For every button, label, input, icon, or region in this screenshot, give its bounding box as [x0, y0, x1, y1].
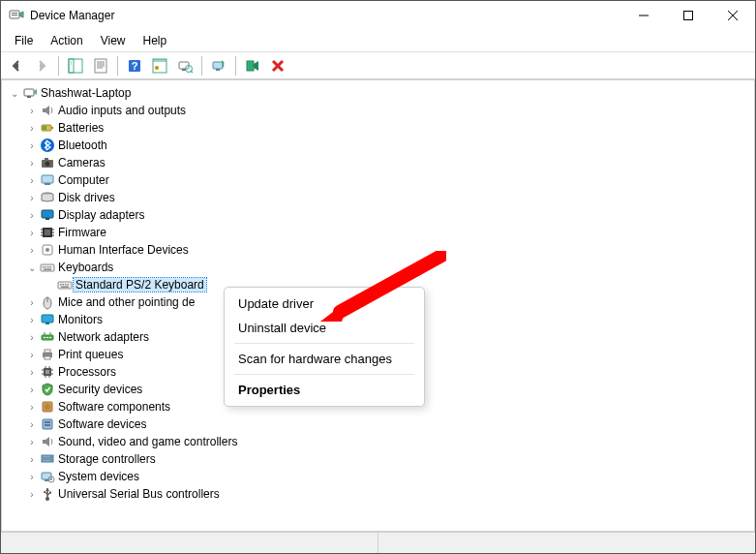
tree-item-label: Cameras: [56, 156, 107, 169]
tree-category-19[interactable]: › Storage controllers: [8, 450, 748, 468]
tree-item-label: Mice and other pointing de: [56, 295, 197, 309]
minimize-button[interactable]: [621, 1, 666, 30]
context-menu-item-5[interactable]: Properties: [225, 378, 424, 402]
computer-icon: [39, 172, 56, 188]
expand-toggle[interactable]: ›: [25, 419, 39, 430]
expand-toggle[interactable]: ›: [25, 489, 39, 500]
svg-rect-57: [45, 266, 47, 268]
tree-item-label: Firmware: [56, 226, 108, 239]
svg-point-38: [45, 162, 50, 167]
expand-toggle[interactable]: ›: [25, 472, 39, 482]
expand-toggle[interactable]: ›: [25, 193, 39, 203]
expand-toggle[interactable]: ›: [25, 297, 39, 308]
tree-item-label: Computer: [56, 173, 111, 187]
help-button[interactable]: ?: [123, 55, 146, 77]
svg-rect-95: [45, 424, 50, 426]
tree-category-21[interactable]: › Universal Serial Bus controllers: [8, 485, 748, 503]
svg-line-24: [191, 71, 193, 73]
show-hide-tree-button[interactable]: [64, 55, 87, 77]
tree-category-3[interactable]: › Cameras: [8, 154, 748, 171]
svg-rect-39: [45, 158, 48, 160]
software-comp-icon: [39, 399, 56, 415]
tree-category-0[interactable]: › Audio inputs and outputs: [8, 102, 748, 119]
tree-category-18[interactable]: › Sound, video and game controllers: [8, 433, 748, 450]
action-button[interactable]: [148, 55, 171, 77]
maximize-button[interactable]: [666, 1, 711, 30]
expand-toggle[interactable]: ›: [25, 454, 39, 465]
menu-view[interactable]: View: [93, 32, 134, 49]
expand-toggle[interactable]: ›: [25, 367, 39, 378]
tree-category-7[interactable]: › Firmware: [8, 224, 748, 241]
expand-toggle[interactable]: ›: [25, 175, 39, 186]
tree-category-4[interactable]: › Computer: [8, 171, 748, 189]
menu-help[interactable]: Help: [136, 32, 175, 49]
toolbar: ?: [1, 52, 755, 79]
tree-category-8[interactable]: › Human Interface Devices: [8, 241, 748, 259]
audio-icon: [39, 103, 56, 118]
expand-toggle[interactable]: ›: [25, 123, 39, 134]
printer-icon: [39, 347, 56, 362]
tree-root[interactable]: ⌄ Shashwat-Laptop: [8, 84, 748, 102]
svg-rect-46: [45, 230, 50, 235]
back-button[interactable]: [5, 55, 28, 77]
svg-point-103: [50, 478, 52, 480]
expand-toggle[interactable]: ›: [25, 350, 39, 360]
expand-toggle[interactable]: ›: [25, 245, 39, 256]
update-driver-button[interactable]: [207, 55, 230, 77]
scan-hardware-button[interactable]: [173, 55, 197, 77]
svg-rect-109: [49, 492, 51, 494]
svg-point-107: [44, 491, 45, 493]
tree-category-5[interactable]: › Disk drives: [8, 189, 748, 206]
tree-category-9[interactable]: ⌄ Keyboards: [8, 259, 748, 276]
tree-category-17[interactable]: › Software devices: [8, 416, 748, 433]
tree-item-label: Standard PS/2 Keyboard: [74, 278, 206, 292]
tree-item-label: Human Interface Devices: [56, 243, 191, 257]
svg-rect-1: [12, 13, 17, 14]
keyboard-icon: [39, 260, 56, 275]
expand-toggle[interactable]: ›: [25, 210, 39, 221]
menu-action[interactable]: Action: [43, 32, 90, 49]
tree-category-1[interactable]: › Batteries: [8, 119, 748, 137]
tree-item-label: Shashwat-Laptop: [39, 86, 133, 100]
storage-icon: [39, 451, 56, 467]
expand-toggle[interactable]: ›: [25, 332, 39, 343]
context-menu-item-1[interactable]: Uninstall device: [225, 316, 424, 340]
svg-point-20: [155, 66, 159, 70]
context-menu-item-3[interactable]: Scan for hardware changes: [225, 347, 424, 371]
context-menu: Update driverUninstall deviceScan for ha…: [224, 287, 425, 407]
expand-toggle[interactable]: ›: [25, 228, 39, 238]
expand-toggle[interactable]: ›: [25, 437, 39, 447]
svg-rect-31: [24, 89, 34, 96]
expand-toggle[interactable]: ⌄: [25, 262, 39, 273]
close-button[interactable]: [711, 1, 755, 30]
expand-toggle[interactable]: ›: [25, 158, 39, 169]
cpu-icon: [39, 364, 56, 380]
properties-button[interactable]: [89, 55, 112, 77]
expand-toggle[interactable]: ›: [25, 140, 39, 151]
expand-toggle[interactable]: ›: [25, 385, 39, 395]
tree-item-label: Keyboards: [56, 261, 115, 274]
enable-device-button[interactable]: [241, 55, 264, 77]
svg-rect-35: [43, 126, 46, 130]
tree-category-2[interactable]: › Bluetooth: [8, 137, 748, 154]
usb-icon: [39, 486, 56, 502]
expand-toggle[interactable]: ›: [25, 106, 39, 116]
svg-rect-62: [60, 284, 62, 286]
tree-category-6[interactable]: › Display adapters: [8, 206, 748, 224]
svg-rect-74: [49, 337, 51, 338]
svg-rect-66: [61, 287, 69, 289]
expand-toggle[interactable]: ›: [25, 402, 39, 413]
expand-toggle[interactable]: ⌄: [8, 88, 21, 99]
tree-item-label: Software devices: [56, 417, 148, 431]
tree-item-label: Processors: [56, 365, 118, 379]
context-menu-item-0[interactable]: Update driver: [225, 292, 424, 316]
svg-rect-43: [42, 210, 53, 218]
expand-toggle[interactable]: ›: [25, 315, 39, 325]
menu-file[interactable]: File: [7, 32, 41, 49]
uninstall-device-button[interactable]: [266, 55, 289, 77]
tree-category-20[interactable]: › System devices: [8, 468, 748, 485]
svg-rect-59: [50, 266, 52, 268]
mouse-icon: [39, 294, 56, 310]
forward-button[interactable]: [30, 55, 53, 77]
bluetooth-icon: [39, 138, 56, 153]
